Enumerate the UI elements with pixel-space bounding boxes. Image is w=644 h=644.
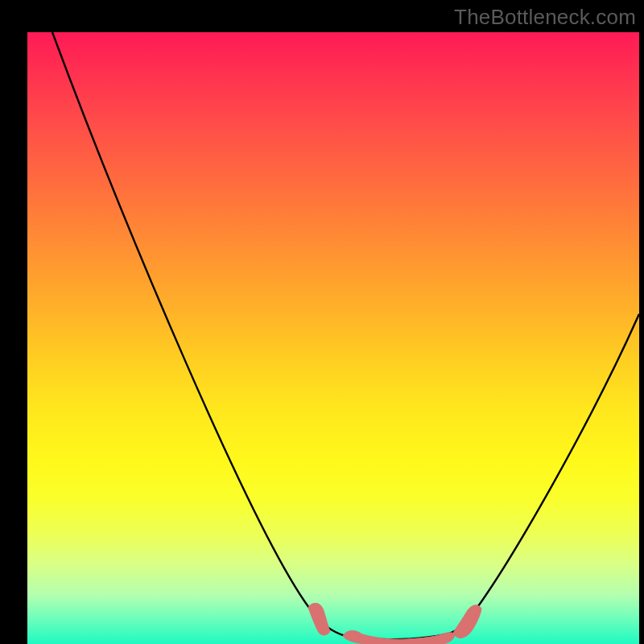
plot-area (27, 32, 639, 644)
marker-bottom (343, 631, 455, 644)
chart-curve (52, 32, 639, 639)
chart-svg (27, 32, 639, 644)
marker-left (308, 603, 330, 635)
watermark-label: TheBottleneck.com (454, 5, 636, 30)
marker-right (453, 605, 481, 638)
chart-container: TheBottleneck.com (0, 0, 644, 644)
